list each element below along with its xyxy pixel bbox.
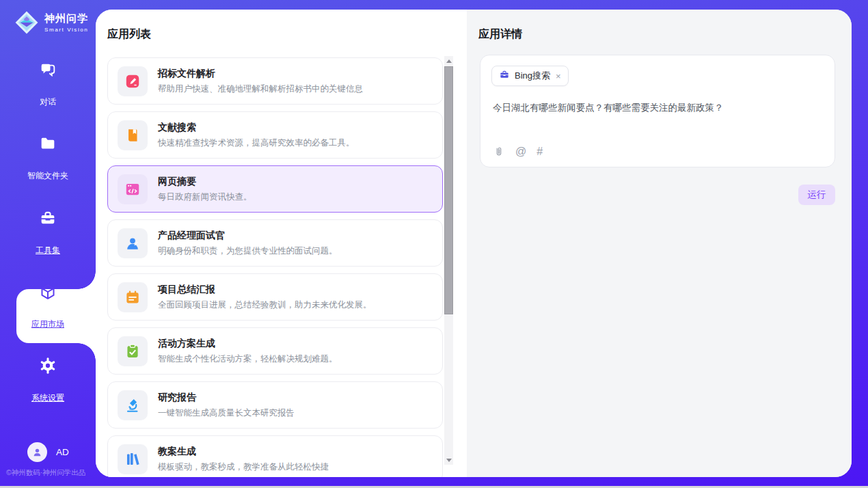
app-card-lesson-plan[interactable]: 教案生成 模板驱动，教案秒成，教学准备从此轻松快捷 (107, 435, 443, 477)
app-card-bid-parse[interactable]: 招标文件解析 帮助用户快速、准确地理解和解析招标书中的关键信息 (107, 57, 443, 105)
app-name: 研究报告 (158, 392, 295, 404)
sidebar-item-toolset[interactable]: 工具集 (0, 208, 96, 256)
brand-logo: 神州问学 Smart Vision (12, 8, 88, 37)
sidebar: 神州问学 Smart Vision 对话 智能文件夹 工具集 应用市场 系统设置… (0, 0, 96, 477)
app-desc: 快速精准查找学术资源，提高研究效率的必备工具。 (158, 137, 355, 149)
books-icon (118, 444, 148, 474)
chip-close-icon[interactable]: × (556, 71, 561, 81)
app-detail-title: 应用详情 (478, 27, 522, 42)
scrollbar-thumb[interactable] (444, 66, 453, 314)
cube-icon (0, 282, 96, 301)
app-card-lit-search[interactable]: 文献搜索 快速精准查找学术资源，提高研究效率的必备工具。 (107, 111, 443, 159)
app-name: 网页摘要 (158, 176, 252, 188)
app-name: 招标文件解析 (158, 68, 363, 80)
brand-tagline: Smart Vision (44, 27, 88, 33)
prompt-card[interactable]: Bing搜索 × 今日湖北有哪些新闻要点？有哪些需要关注的最新政策？ @# (480, 55, 835, 167)
user-initials: AD (56, 447, 69, 457)
app-card-research[interactable]: 研究报告 一键智能生成高质量长文本研究报告 (107, 381, 443, 429)
app-detail-panel: 应用详情 Bing搜索 × 今日湖北有哪些新闻要点？有哪些需要关注的最新政策？ … (467, 10, 852, 477)
gear-icon (0, 356, 96, 375)
app-name: 活动方案生成 (158, 338, 338, 350)
webpage-icon (118, 174, 148, 204)
microscope-icon (118, 390, 148, 420)
chat-icon (0, 60, 96, 79)
sidebar-item-chat[interactable]: 对话 (0, 60, 96, 108)
app-desc: 智能生成个性化活动方案，轻松解决规划难题。 (158, 353, 338, 365)
book-icon (118, 120, 148, 150)
app-card-proj-report[interactable]: 项目总结汇报 全面回顾项目进展，总结经验教训，助力未来优化发展。 (107, 273, 443, 321)
sidebar-item-app-market[interactable]: 应用市场 (0, 282, 96, 330)
app-name: 产品经理面试官 (158, 230, 338, 242)
run-button[interactable]: 运行 (798, 185, 835, 205)
app-desc: 全面回顾项目进展，总结经验教训，助力未来优化发展。 (158, 299, 372, 311)
tool-chip-label: Bing搜索 (515, 70, 550, 82)
edit-doc-icon (118, 66, 148, 96)
at-icon[interactable]: @ (515, 146, 526, 158)
clipboard-check-icon (118, 336, 148, 366)
list-scrollbar[interactable] (444, 56, 453, 465)
brand-name: 神州问学 (44, 12, 88, 25)
prompt-input[interactable]: 今日湖北有哪些新闻要点？有哪些需要关注的最新政策？ (493, 102, 821, 114)
sidebar-footer: ©神州数码·神州问学出品 (6, 468, 85, 478)
sidebar-item-smart-folder[interactable]: 智能文件夹 (0, 134, 96, 182)
interviewer-icon (118, 228, 148, 258)
user-row[interactable]: AD (27, 442, 69, 462)
app-card-web-summary[interactable]: 网页摘要 每日政府新闻资讯快查。 (107, 165, 443, 213)
folder-icon (0, 134, 96, 153)
paperclip-icon[interactable] (493, 146, 505, 158)
app-desc: 明确身份和职责，为您提供专业性的面试问题。 (158, 245, 338, 257)
scroll-down-arrow-icon[interactable] (444, 455, 453, 465)
app-list-panel: 应用列表 招标文件解析 帮助用户快速、准确地理解和解析招标书中的关键信息 文献搜… (96, 10, 467, 477)
tool-chip-bing-search[interactable]: Bing搜索 × (491, 66, 569, 86)
app-desc: 模板驱动，教案秒成，教学准备从此轻松快捷 (158, 461, 329, 473)
app-desc: 一键智能生成高质量长文本研究报告 (158, 407, 295, 419)
person-icon (31, 446, 44, 459)
avatar (27, 442, 47, 462)
main-content: 应用列表 招标文件解析 帮助用户快速、准确地理解和解析招标书中的关键信息 文献搜… (96, 10, 852, 477)
hash-icon[interactable]: # (537, 146, 543, 158)
app-desc: 帮助用户快速、准确地理解和解析招标书中的关键信息 (158, 83, 363, 95)
app-card-event-plan[interactable]: 活动方案生成 智能生成个性化活动方案，轻松解决规划难题。 (107, 327, 443, 375)
scroll-up-arrow-icon[interactable] (444, 56, 453, 66)
app-list: 招标文件解析 帮助用户快速、准确地理解和解析招标书中的关键信息 文献搜索 快速精… (107, 57, 443, 477)
app-name: 文献搜索 (158, 122, 355, 134)
app-name: 教案生成 (158, 446, 329, 458)
app-card-pm-interview[interactable]: 产品经理面试官 明确身份和职责，为您提供专业性的面试问题。 (107, 219, 443, 267)
sidebar-item-settings[interactable]: 系统设置 (0, 356, 96, 404)
app-name: 项目总结汇报 (158, 284, 372, 296)
app-list-title: 应用列表 (107, 27, 151, 42)
briefcase-icon (499, 69, 510, 83)
composer-icons: @# (493, 146, 543, 158)
toolbox-icon (0, 208, 96, 228)
calendar-icon (118, 282, 148, 312)
app-desc: 每日政府新闻资讯快查。 (158, 191, 252, 203)
diamond-logo-icon (12, 8, 41, 37)
